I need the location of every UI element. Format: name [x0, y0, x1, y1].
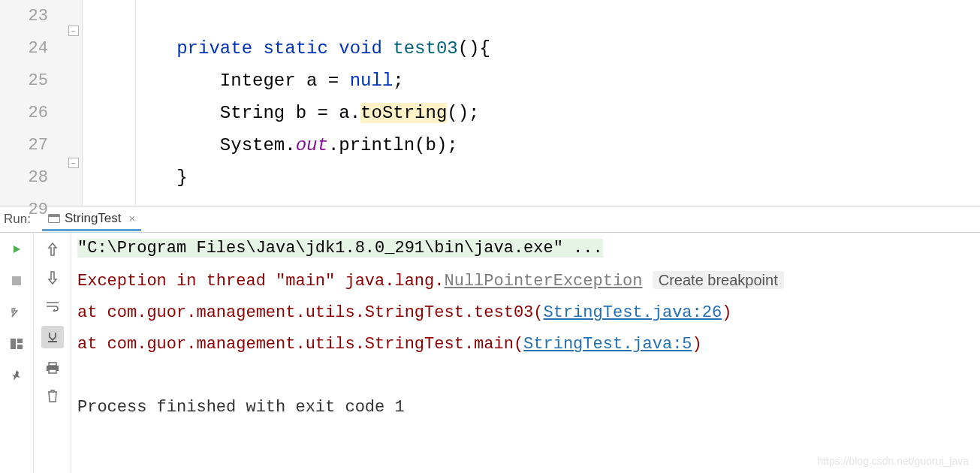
line-number: 26 — [0, 97, 48, 129]
code-line[interactable]: private static void test03(){ — [90, 32, 980, 65]
code-line[interactable]: Integer a = null; — [90, 65, 980, 97]
editor-gutter: 23 24 25 26 27 28 29 − − — [0, 0, 83, 206]
code-area[interactable]: private static void test03(){ Integer a … — [83, 0, 980, 206]
code-line[interactable]: System.out.println(b); — [90, 129, 980, 161]
run-body: "C:\Program Files\Java\jdk1.8.0_291\bin\… — [0, 233, 980, 473]
application-icon — [48, 214, 60, 223]
line-number: 25 — [0, 65, 48, 97]
line-number: 24 — [0, 32, 48, 65]
console-line: at com.guor.management.utils.StringTest.… — [77, 297, 974, 329]
code-editor[interactable]: 23 24 25 26 27 28 29 − − private static … — [0, 0, 980, 206]
soft-wrap-button[interactable] — [44, 297, 62, 315]
console-line: at com.guor.management.utils.StringTest.… — [77, 329, 974, 360]
console-line — [77, 360, 974, 392]
fold-expand-icon[interactable]: − — [68, 158, 79, 168]
code-line[interactable]: } — [90, 161, 980, 194]
debug-button[interactable] — [8, 303, 26, 321]
svg-rect-6 — [49, 369, 56, 373]
fold-column: − − — [67, 0, 82, 206]
svg-rect-4 — [49, 363, 56, 366]
scroll-to-end-button[interactable] — [41, 326, 64, 348]
run-panel: Run: StringTest × — [0, 206, 980, 473]
fold-collapse-icon[interactable]: − — [68, 26, 79, 36]
run-toolbar-secondary — [34, 233, 71, 473]
run-toolbar-primary — [0, 233, 34, 473]
svg-rect-1 — [11, 339, 16, 349]
svg-rect-0 — [12, 276, 21, 285]
console-output[interactable]: "C:\Program Files\Java\jdk1.8.0_291\bin\… — [71, 233, 980, 473]
code-line[interactable]: String b = a.toString(); — [90, 97, 980, 129]
watermark: https://blog.csdn.net/guorui_java — [817, 455, 969, 467]
exception-link[interactable]: NullPointerException — [444, 272, 642, 291]
trash-button[interactable] — [44, 387, 62, 405]
stack-trace-link[interactable]: StringTest.java:26 — [544, 303, 722, 322]
rerun-button[interactable] — [8, 240, 26, 258]
line-number: 23 — [0, 0, 48, 32]
pin-button[interactable] — [8, 366, 26, 384]
line-number: 28 — [0, 161, 48, 194]
code-line[interactable] — [90, 0, 980, 32]
console-line: Process finished with exit code 1 — [77, 392, 974, 423]
create-breakpoint-button[interactable]: Create breakpoint — [653, 271, 784, 289]
svg-rect-3 — [17, 345, 23, 349]
line-numbers: 23 24 25 26 27 28 29 — [0, 0, 67, 206]
svg-rect-2 — [17, 339, 23, 343]
scroll-down-button[interactable] — [44, 269, 62, 287]
stop-button[interactable] — [8, 272, 26, 290]
console-line: Exception in thread "main" java.lang.Nul… — [77, 264, 974, 297]
line-number: 27 — [0, 129, 48, 161]
stack-trace-link[interactable]: StringTest.java:5 — [523, 335, 692, 354]
run-label: Run: — [4, 212, 31, 227]
console-line: "C:\Program Files\Java\jdk1.8.0_291\bin\… — [77, 233, 974, 264]
code-line[interactable] — [90, 194, 980, 226]
scroll-up-button[interactable] — [44, 240, 62, 258]
layout-button[interactable] — [8, 335, 26, 353]
print-button[interactable] — [44, 359, 62, 377]
